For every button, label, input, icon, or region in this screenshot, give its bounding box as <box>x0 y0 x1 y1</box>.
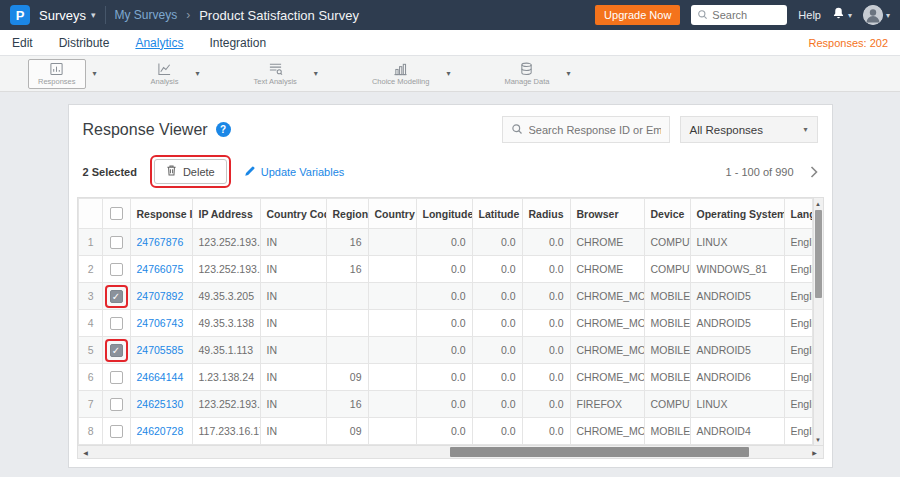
update-variables-button[interactable]: Update Variables <box>244 165 345 179</box>
chevron-down-icon[interactable] <box>86 69 97 78</box>
column-header[interactable]: Operating System <box>690 199 784 229</box>
chevron-down-icon[interactable] <box>439 69 450 78</box>
response-search-box[interactable] <box>502 116 670 143</box>
cell-radius: 0.0 <box>522 256 570 283</box>
responses-filter-dropdown[interactable]: All Responses <box>680 116 818 143</box>
cell-ip: 123.252.193.148 <box>192 391 260 418</box>
column-header[interactable]: Response ID <box>130 199 192 229</box>
vertical-scrollbar[interactable]: ▲ ▼ <box>813 198 823 445</box>
toolbar-item-analysis[interactable]: Analysis <box>141 59 200 89</box>
surveys-menu[interactable]: Surveys <box>39 8 96 23</box>
horizontal-scrollbar[interactable]: ◀ ▶ <box>77 446 824 459</box>
cell-ip: 123.252.193.148 <box>192 229 260 256</box>
help-link[interactable]: Help <box>798 9 821 21</box>
cell-country <box>368 418 416 445</box>
column-header[interactable]: Region <box>326 199 368 229</box>
responses-table: Response IDIP AddressCountry CodeRegionC… <box>78 198 813 445</box>
chevron-down-icon[interactable] <box>188 69 199 78</box>
row-checkbox[interactable] <box>110 425 123 438</box>
tab-edit[interactable]: Edit <box>12 36 33 50</box>
cell-lon: 0.0 <box>416 391 472 418</box>
select-all-checkbox[interactable] <box>110 207 123 220</box>
column-header[interactable]: IP Address <box>192 199 260 229</box>
row-checkbox annotation-highlight[interactable] <box>110 290 123 303</box>
cell-radius: 0.0 <box>522 310 570 337</box>
cell-radius: 0.0 <box>522 364 570 391</box>
tab-integration[interactable]: Integration <box>209 36 266 50</box>
tab-analytics[interactable]: Analytics <box>135 36 183 50</box>
user-menu[interactable] <box>863 5 890 25</box>
horizontal-scroll-thumb[interactable] <box>450 447 749 457</box>
cell-lang: English <box>784 391 812 418</box>
column-header[interactable]: Browser <box>570 199 644 229</box>
checkbox-cell <box>102 229 130 256</box>
next-page-button[interactable] <box>810 166 818 178</box>
toolbar-item-label: Text Analysis <box>254 77 297 86</box>
cell-id[interactable]: 24705585 <box>130 337 192 364</box>
delete-button[interactable]: Delete <box>154 159 227 184</box>
vertical-scroll-track[interactable] <box>814 299 823 434</box>
cell-country <box>368 310 416 337</box>
global-search-input[interactable] <box>712 9 781 21</box>
vertical-scroll-thumb[interactable] <box>815 210 822 298</box>
response-viewer-card: Response Viewer ? All Responses 2 Select… <box>68 104 833 468</box>
cell-id[interactable]: 24707892 <box>130 283 192 310</box>
notifications-menu[interactable] <box>832 6 852 24</box>
cell-lon: 0.0 <box>416 283 472 310</box>
chevron-down-icon[interactable] <box>559 69 570 78</box>
cell-lat: 0.0 <box>472 418 522 445</box>
toolbar-item-text-analysis[interactable]: Text Analysis <box>244 59 318 89</box>
cell-device: MOBILE <box>644 283 690 310</box>
global-search-box[interactable] <box>691 5 787 25</box>
row-checkbox[interactable] <box>110 317 123 330</box>
checkbox-cell <box>102 337 130 364</box>
cell-ip: 1.23.138.24 <box>192 364 260 391</box>
upgrade-now-button[interactable]: Upgrade Now <box>595 5 680 25</box>
toolbar-item-responses[interactable]: Responses <box>28 59 97 89</box>
app-logo[interactable]: P <box>10 5 30 25</box>
cell-id[interactable]: 24767876 <box>130 229 192 256</box>
row-checkbox annotation-highlight[interactable] <box>110 344 123 357</box>
cell-id[interactable]: 24620728 <box>130 418 192 445</box>
table-row: 224766075123.252.193.148IN160.00.00.0CHR… <box>78 256 812 283</box>
column-header[interactable]: Latitude <box>472 199 522 229</box>
scroll-up-icon[interactable]: ▲ <box>814 198 823 209</box>
toolbar-item-manage-data[interactable]: Manage Data <box>494 59 570 89</box>
row-checkbox[interactable] <box>110 263 123 276</box>
column-header[interactable]: Longitude <box>416 199 472 229</box>
column-header[interactable]: Language <box>784 199 812 229</box>
cell-os: ANDROID5 <box>690 310 784 337</box>
chevron-down-icon[interactable] <box>307 69 318 78</box>
column-header[interactable]: Country <box>368 199 416 229</box>
row-number-header <box>78 199 102 229</box>
horizontal-scroll-track[interactable] <box>94 446 807 458</box>
scroll-down-icon[interactable]: ▼ <box>814 434 823 445</box>
cell-id[interactable]: 24766075 <box>130 256 192 283</box>
cell-id[interactable]: 24664144 <box>130 364 192 391</box>
cell-os: WINDOWS_81 <box>690 256 784 283</box>
row-checkbox[interactable] <box>110 398 123 411</box>
row-number: 2 <box>78 256 102 283</box>
column-header[interactable]: Radius <box>522 199 570 229</box>
breadcrumb-my-surveys[interactable]: My Surveys <box>115 8 178 22</box>
row-checkbox[interactable] <box>110 236 123 249</box>
app-window: P Surveys My Surveys › Product Satisfact… <box>0 0 900 477</box>
cell-region <box>326 283 368 310</box>
help-icon[interactable]: ? <box>216 122 231 137</box>
column-header[interactable]: Device <box>644 199 690 229</box>
cell-lon: 0.0 <box>416 337 472 364</box>
cell-radius: 0.0 <box>522 391 570 418</box>
response-search-input[interactable] <box>529 124 661 136</box>
cell-lon: 0.0 <box>416 256 472 283</box>
tab-distribute[interactable]: Distribute <box>59 36 110 50</box>
top-bar: P Surveys My Surveys › Product Satisfact… <box>0 0 900 30</box>
cell-id[interactable]: 24625130 <box>130 391 192 418</box>
toolbar-item-choice-modelling[interactable]: Choice Modelling <box>362 59 451 89</box>
scroll-left-icon[interactable]: ◀ <box>78 446 94 458</box>
scroll-right-icon[interactable]: ▶ <box>807 446 823 458</box>
column-header[interactable]: Country Code <box>260 199 326 229</box>
row-checkbox[interactable] <box>110 371 123 384</box>
table-row: 52470558549.35.1.113IN0.00.00.0CHROME_MO… <box>78 337 812 364</box>
cell-id[interactable]: 24706743 <box>130 310 192 337</box>
toolbar-item-label: Choice Modelling <box>372 77 430 86</box>
